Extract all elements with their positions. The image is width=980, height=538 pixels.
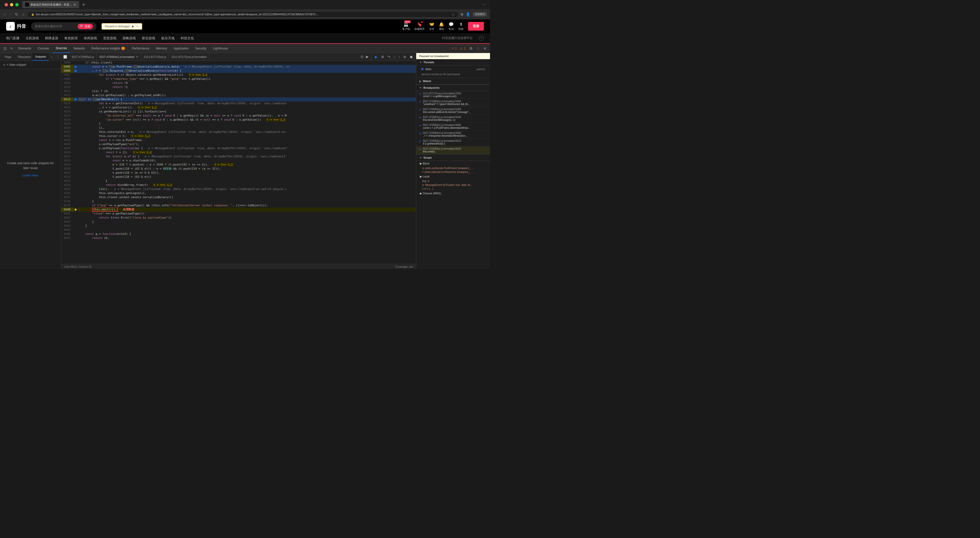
- debugger-panel: Paused on breakpoint ▼ Threads Main paus…: [416, 53, 490, 269]
- tab-application[interactable]: Application: [170, 44, 192, 53]
- subtab-snippets[interactable]: Snippets: [32, 53, 49, 61]
- header-icon-client[interactable]: 💻NEW 客户端: [402, 22, 410, 31]
- devtools-close-button[interactable]: ✕: [482, 46, 488, 51]
- search-box: 🔍 搜索: [31, 22, 97, 30]
- cat-tech[interactable]: 科技文化: [181, 36, 194, 41]
- source-tab-3[interactable]: 2111.871731ea.js:formatted: [169, 53, 209, 60]
- cat-console-game[interactable]: 主机游戏: [25, 36, 39, 41]
- profile-icon[interactable]: 👤: [466, 12, 470, 16]
- tab-memory[interactable]: Memory: [153, 44, 170, 53]
- source-tab-icon[interactable]: ⬜: [61, 53, 69, 60]
- back-button[interactable]: ‹: [3, 11, 6, 17]
- search-input[interactable]: [35, 24, 76, 28]
- cat-esports[interactable]: 竞技游戏: [103, 36, 116, 41]
- snippets-more-button[interactable]: ⋮: [55, 53, 61, 61]
- tab-lighthouse[interactable]: Lighthouse: [210, 44, 231, 53]
- forward-button[interactable]: ›: [8, 11, 12, 17]
- scope-closure-header[interactable]: ▶ Closure (8401): [416, 191, 490, 196]
- cat-shooter[interactable]: 射击游戏: [142, 36, 155, 41]
- bp-item-2[interactable]: ☑ 5527.470083e2.js:formatted:5499 this.s…: [416, 107, 490, 115]
- header-icon-notify[interactable]: 🔔 通知: [439, 22, 444, 31]
- source-tab-0[interactable]: 5527.470083e2.js: [69, 53, 97, 60]
- scope-header[interactable]: ▼ Scope: [416, 154, 490, 161]
- tab-1-close[interactable]: ✕: [136, 55, 138, 59]
- reload-button[interactable]: ↻: [14, 11, 19, 17]
- debug-step-out[interactable]: ↑: [397, 54, 401, 59]
- bp-check-0: ☑: [419, 92, 422, 95]
- source-nav-left[interactable]: ⊡: [360, 54, 364, 59]
- cat-hot-stream[interactable]: 热门直播: [6, 36, 19, 41]
- cat-strategy[interactable]: 策略游戏: [123, 36, 136, 41]
- tab-perf-insights[interactable]: Performance insights 1: [88, 44, 128, 53]
- header-icon-upload[interactable]: ⬆ 投稿: [458, 22, 463, 31]
- header-icon-message[interactable]: 💬 私信: [449, 22, 454, 31]
- breakpoints-list: ☑ 2111.871731ea.js:formatted:2320 const …: [416, 91, 490, 154]
- code-line-5623: 5623 const s = new p.PushFrame;: [61, 138, 416, 142]
- platform-link[interactable]: 抖音直播行业自律平台: [442, 36, 473, 40]
- bp-item-3[interactable]: ☑ 5527.470083e2.js:formatted:5549 this.b…: [416, 115, 490, 123]
- window-min-dot[interactable]: [10, 3, 13, 6]
- debug-deactivate-bp[interactable]: ⊘: [402, 54, 407, 59]
- window-close-dot[interactable]: [5, 3, 8, 6]
- new-tab-button[interactable]: +: [80, 1, 87, 8]
- breakpoints-header[interactable]: ▼ Breakpoints: [416, 84, 490, 91]
- home-button[interactable]: ⌂: [21, 11, 25, 17]
- tab-console[interactable]: Console: [35, 44, 52, 53]
- subtab-page[interactable]: Page: [0, 53, 16, 61]
- scope-local-header[interactable]: ▶ Local: [416, 174, 490, 179]
- scope-block-header[interactable]: ▶ Block: [416, 161, 490, 166]
- login-button[interactable]: 登录: [468, 22, 484, 30]
- devtools-more-button[interactable]: ⋮: [475, 46, 481, 51]
- tab-performance[interactable]: Performance: [129, 44, 152, 53]
- header-icon-bookmark[interactable]: 🔖 收藏网页: [414, 22, 425, 31]
- bp-item-4[interactable]: ☑ 5527.470083e2.js:formatted:5605 const …: [416, 123, 490, 130]
- new-snippet-button[interactable]: + + New snippet: [0, 61, 61, 69]
- cat-roleplay[interactable]: 角色扮演: [64, 36, 78, 41]
- tab-security[interactable]: Security: [192, 44, 209, 53]
- logo[interactable]: ♪ 抖音: [6, 22, 26, 30]
- search-button[interactable]: 🔍 搜索: [78, 24, 93, 29]
- snippets-chevron[interactable]: ›: [49, 53, 55, 61]
- devtools-icon-inspect[interactable]: ⊡: [2, 46, 8, 51]
- debug-step-over[interactable]: ↷: [387, 54, 391, 59]
- tab-elements[interactable]: Elements: [15, 44, 34, 53]
- cat-board-game[interactable]: 棋牌桌游: [45, 36, 58, 41]
- source-nav-right[interactable]: ▶: [365, 54, 369, 59]
- source-tab-2[interactable]: 2111.871731ea.js: [141, 53, 169, 60]
- bookmark-icon[interactable]: ☆: [452, 13, 455, 16]
- extensions-icon[interactable]: ⧉: [461, 12, 463, 17]
- devtools-settings-button[interactable]: ⚙: [468, 46, 474, 51]
- learn-more-link[interactable]: Learn more: [23, 174, 38, 177]
- subtab-filesystem[interactable]: Filesystem: [16, 53, 33, 61]
- cat-casual[interactable]: 休闲游戏: [84, 36, 97, 41]
- bp-item-0[interactable]: ☑ 2111.871731ea.js:formatted:2320 const …: [416, 91, 490, 99]
- tab-sources[interactable]: Sources: [52, 44, 70, 53]
- code-panel: ⬜ 5527.470083e2.js 5527.470083e2.js:form…: [61, 53, 416, 269]
- code-area[interactable]: 5004 if (this.client) 5005 const o = ⬛p.…: [61, 61, 416, 264]
- bp-item-1[interactable]: ☑ 5527.470083e2.js:formatted:5492 "undef…: [416, 99, 490, 107]
- cat-entertainment[interactable]: 娱乐天地: [161, 36, 175, 41]
- url-bar[interactable]: 🔒 live.douyin.com/369223145055?cover_typ…: [27, 11, 458, 17]
- source-tab-1[interactable]: 5527.470083e2.js:formatted ✕: [97, 53, 141, 60]
- play-icon[interactable]: ▶: [132, 25, 134, 28]
- help-circle[interactable]: ?: [479, 36, 484, 41]
- bp-item-6[interactable]: ☑ 5527.470083e2.js:formatted:5613 if (r.…: [416, 138, 490, 146]
- bp-item-7[interactable]: ☑ 5527.470083e2.js:formatted:5640 this.e…: [416, 146, 490, 154]
- threads-header[interactable]: ▼ Threads: [416, 59, 490, 65]
- debug-step-into[interactable]: ↓: [393, 54, 396, 59]
- watch-header[interactable]: ▶ Watch: [416, 78, 490, 84]
- debug-resume[interactable]: ▶: [374, 54, 379, 59]
- threads-list: Main paused service-worker.js #0 (activa…: [416, 65, 490, 78]
- bp-item-5[interactable]: ☑ 5527.470083e2.js:formatted:5606 , r = …: [416, 130, 490, 138]
- no-ads-badge[interactable]: 无痕模式: [473, 12, 487, 17]
- header-icon-partner[interactable]: 🤝 合作: [429, 22, 434, 31]
- devtools-icon-cursor[interactable]: ↖: [9, 46, 15, 51]
- tab-network[interactable]: Network: [70, 44, 88, 53]
- debug-pause[interactable]: ⏸: [380, 54, 385, 59]
- scope-local-this: this: d: [416, 179, 490, 183]
- window-max-dot[interactable]: [15, 3, 19, 6]
- debug-pause-exceptions[interactable]: ⏹: [408, 54, 414, 59]
- tab-close-icon[interactable]: ✕: [73, 3, 76, 6]
- window-expand-icon[interactable]: ⋯: [481, 3, 488, 6]
- active-tab[interactable]: ♪ 屏超说艺考的抖音直播间 - 抖音... ✕: [22, 1, 79, 8]
